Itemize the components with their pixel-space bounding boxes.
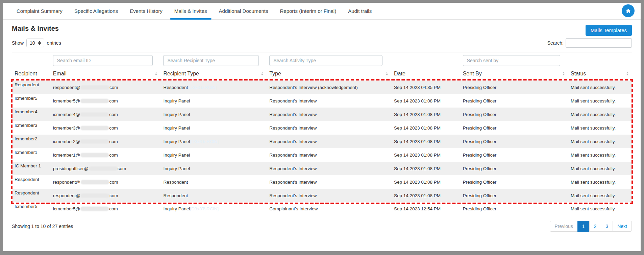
tab-complaint-summary[interactable]: Complaint Summary — [12, 3, 67, 19]
cell-recipient-type: Respondent — [160, 175, 267, 189]
cell-recipient-type: Inquiry Panel[D3x3TsRClN] — [160, 202, 267, 216]
cell-status: Mail sent successfully. — [568, 80, 632, 94]
cell-recipient-type: Inquiry Panel — [160, 94, 267, 108]
tab-additional-documents[interactable]: Additional Documents — [214, 3, 273, 19]
cell-date: Sep 14 2023 01:08 PM — [391, 189, 460, 202]
showing-entries-text: Showing 1 to 10 of 27 entries — [12, 224, 73, 229]
cell-type: Complainant’s Interview — [267, 202, 391, 216]
table-row: Icmember2 icmember2@com Inquiry Panel[D3… — [12, 135, 632, 148]
pagination-page-2[interactable]: 2 — [589, 221, 601, 232]
tab-events-history[interactable]: Events History — [125, 3, 167, 19]
cell-status: Mail sent successfully. — [568, 175, 632, 189]
cell-date: Sep 14 2023 01:08 PM — [391, 108, 460, 121]
redacted-email-domain — [80, 112, 109, 117]
cell-recipient: Respondent — [12, 80, 50, 94]
table-row: Respondent respondent@com Respondent Res… — [12, 175, 632, 189]
cell-date: Sep 14 2023 04:35 PM — [391, 80, 460, 94]
cell-status: Mail sent successfully. — [568, 108, 632, 121]
column-header-email[interactable]: Email — [50, 68, 161, 80]
sort-icon[interactable] — [261, 72, 264, 75]
cell-type: Respondent’s Interview — [267, 121, 391, 135]
sort-icon[interactable] — [563, 72, 565, 75]
entries-select[interactable]: 10 — [26, 39, 44, 47]
tab-bar: Complaint Summary Specific Allegations E… — [3, 3, 641, 20]
table-area: Recipient Email Recipient Type Type Date… — [12, 52, 632, 216]
cell-date: Sep 14 2023 01:08 PM — [391, 135, 460, 148]
cell-recipient: Icmember5 — [12, 202, 50, 216]
cell-recipient-type: Inquiry Panel — [160, 121, 267, 135]
cell-email: icmember4@com — [50, 108, 161, 121]
footer-row: Showing 1 to 10 of 27 entries Previous 1… — [3, 216, 641, 232]
cell-date: Sep 14 2023 01:08 PM — [391, 121, 460, 135]
cell-recipient: Icmember4 — [12, 108, 50, 121]
search-email-input[interactable] — [53, 55, 153, 66]
redacted-email-domain — [81, 193, 109, 198]
cell-sent-by: Presiding Officer — [460, 162, 568, 175]
show-entries-control: Show 10 entries — [12, 39, 61, 47]
cell-email: icmember2@com — [50, 135, 161, 148]
sort-icon[interactable] — [386, 72, 389, 75]
column-header-date: Date — [391, 68, 460, 80]
cell-type: Respondent’s Interview — [267, 94, 391, 108]
column-header-recipient-type[interactable]: Recipient Type — [160, 68, 267, 80]
redacted-email-domain — [81, 180, 109, 184]
cell-sent-by: Presiding Officer — [460, 108, 568, 121]
cell-type: Respondent’s Interview — [267, 148, 391, 162]
column-header-sent-by[interactable]: Sent By — [460, 68, 568, 80]
redacted-email-domain — [89, 166, 117, 171]
column-header-type[interactable]: Type — [267, 68, 391, 80]
redacted-email-domain — [80, 139, 109, 144]
pagination-previous[interactable]: Previous — [550, 221, 577, 232]
cell-recipient: Icmember3 — [12, 121, 50, 135]
cell-recipient-type: Respondent — [160, 189, 267, 202]
column-header-recipient: Recipient — [12, 68, 50, 80]
cell-email: presidingofficer@com — [50, 162, 161, 175]
cell-type: Respondent’s Interview — [267, 135, 391, 148]
cell-type: Respondent’s Interview (acknowledgement) — [267, 80, 391, 94]
pagination-next[interactable]: Next — [613, 221, 632, 232]
redacted-email-domain — [80, 153, 109, 157]
redacted-email-domain — [81, 85, 109, 90]
cell-recipient-type: Respondent[D3x3TsRClN] — [160, 80, 267, 94]
cell-recipient: Icmember2 — [12, 135, 50, 148]
table-body: Respondent respondent@com Respondent[D3x… — [12, 80, 632, 216]
redacted-email-domain — [80, 207, 109, 211]
sort-icon[interactable] — [626, 72, 629, 75]
entries-select-value: 10 — [30, 40, 35, 46]
redacted-email-domain — [80, 99, 109, 103]
tab-audit-trails[interactable]: Audit trails — [343, 3, 376, 19]
cell-sent-by: Presiding Officer — [460, 189, 568, 202]
table-row: Icmember5 icmember5@com Inquiry Panel[D3… — [12, 202, 632, 216]
cell-status: Mail sent successfully. — [568, 202, 632, 216]
tab-reports[interactable]: Reports (Interim or Final) — [275, 3, 341, 19]
sort-icon[interactable] — [155, 72, 158, 75]
cell-recipient-type: Inquiry Panel — [160, 162, 267, 175]
cell-sent-by: Presiding Officer — [460, 94, 568, 108]
cell-recipient: Respondent — [12, 175, 50, 189]
search-recipient-type-input[interactable] — [163, 55, 259, 66]
table-row: Respondent respondent@com Respondent Res… — [12, 189, 632, 202]
search-sent-by-input[interactable] — [463, 55, 560, 66]
tab-mails-invites[interactable]: Mails & Invites — [170, 3, 212, 19]
search-activity-type-input[interactable] — [269, 55, 382, 66]
pagination-page-3[interactable]: 3 — [601, 221, 613, 232]
cell-date: Sep 14 2023 12:54 PM — [391, 202, 460, 216]
cell-recipient-type: Inquiry Panel — [160, 148, 267, 162]
select-arrows-icon — [38, 41, 41, 45]
cell-email: icmember3@com — [50, 121, 161, 135]
column-header-status[interactable]: Status — [568, 68, 632, 80]
home-button[interactable] — [622, 4, 635, 17]
cell-recipient-type: Inquiry Panel[D3x3TsRClN] — [160, 135, 267, 148]
pagination-page-1[interactable]: 1 — [577, 221, 590, 232]
tab-specific-allegations[interactable]: Specific Allegations — [70, 3, 123, 19]
cell-sent-by: Presiding Officer — [460, 80, 568, 94]
mails-templates-button[interactable]: Mails Templates — [586, 25, 632, 36]
cell-sent-by: Presiding Officer — [460, 202, 568, 216]
cell-recipient: Respondent — [12, 189, 50, 202]
global-search-input[interactable] — [566, 38, 632, 48]
table-row: Icmember3 icmember3@com Inquiry Panel Re… — [12, 121, 632, 135]
cell-type: Respondent’s Interview — [267, 162, 391, 175]
watermark-text: [D3x3TsRClN] — [188, 85, 217, 90]
pagination: Previous 1 2 3 Next — [550, 221, 632, 232]
table-row: IC Member 1 presidingofficer@com Inquiry… — [12, 162, 632, 175]
